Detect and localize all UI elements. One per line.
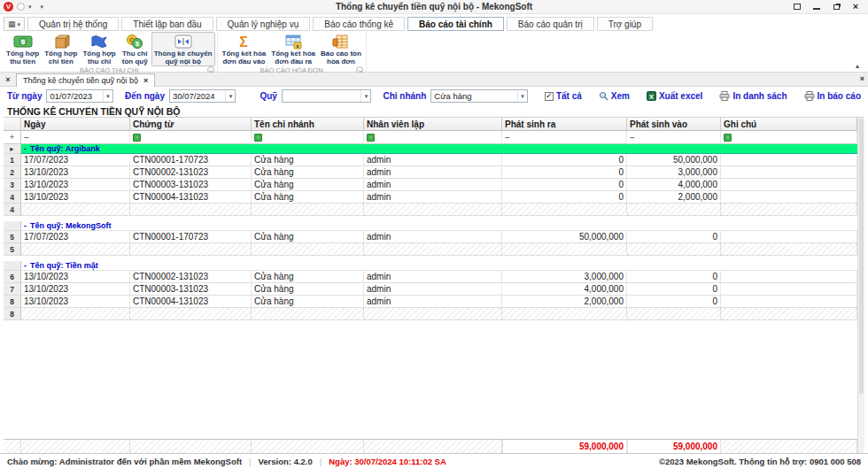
svg-text:$: $ xyxy=(136,40,140,48)
close-icon[interactable]: × xyxy=(143,76,148,85)
from-date-value: 01/07/2023 xyxy=(47,91,103,101)
ribbon-button[interactable]: Báo cáo tồn hóa đơn xyxy=(318,32,364,66)
footer-cell xyxy=(252,308,364,320)
row-indicator: 7 xyxy=(4,283,21,296)
close-tab-right-icon[interactable]: × xyxy=(860,74,864,83)
table-row[interactable]: 117/07/2023CTN00001-170723Cửa hàngadmin0… xyxy=(4,154,857,166)
ribbon-button[interactable]: xTổng kết hóa đơn đầu ra xyxy=(268,32,318,66)
filter-cell[interactable]: ▫ xyxy=(364,131,502,144)
app-menu-button[interactable]: ▦ ▾ xyxy=(4,17,25,31)
document-tab-label: Thống kê chuyển tiền quỹ nội bộ xyxy=(23,76,138,85)
group-row[interactable]: -Tên quỹ: Tiền mặt xyxy=(4,261,857,271)
cell-note xyxy=(721,179,857,191)
ribbon-button[interactable]: Tổng hợp thu chi xyxy=(80,32,118,66)
collapse-icon[interactable]: - xyxy=(24,221,27,230)
total-in-value: 59,000,000 xyxy=(627,440,721,453)
filter-icon[interactable]: ▫ xyxy=(367,134,375,142)
column-header[interactable]: Phát sinh ra xyxy=(502,118,627,131)
filter-cell[interactable]: ▫ xyxy=(721,131,857,144)
table-row[interactable]: 713/10/2023CTN00003-131023Cửa hàngadmin4… xyxy=(4,283,857,296)
close-icon[interactable]: × xyxy=(850,2,861,12)
all-checkbox[interactable]: ✓ Tất cả xyxy=(545,91,582,101)
table-row[interactable]: 613/10/2023CTN00002-131023Cửa hàngadmin3… xyxy=(4,271,857,283)
column-header[interactable]: Ngày xyxy=(21,118,130,131)
print-report-button[interactable]: In báo cáo xyxy=(804,91,861,101)
filter-operator-icon[interactable]: – xyxy=(630,133,635,142)
customize-toolbar-icon[interactable]: ▾ xyxy=(41,4,44,10)
cell-document: CTN00003-131023 xyxy=(130,283,252,296)
sigma-icon: Σ xyxy=(233,34,254,50)
chevron-down-icon[interactable]: ▾ xyxy=(360,90,370,102)
table-row[interactable]: 813/10/2023CTN00004-131023Cửa hàngadmin2… xyxy=(4,296,857,308)
footer-cell xyxy=(502,204,627,216)
fund-select[interactable]: ▾ xyxy=(282,89,372,103)
menu-tab-active[interactable]: Báo cáo tài chính xyxy=(407,17,504,31)
cell-date: 13/10/2023 xyxy=(21,191,130,204)
filter-icon[interactable]: ▫ xyxy=(724,134,732,142)
chevron-down-icon: ▾ xyxy=(18,21,21,27)
ribbon-button[interactable]: ΣTổng kết hóa đơn đầu vào xyxy=(220,32,269,66)
filter-cell[interactable]: – xyxy=(502,131,627,144)
table-row[interactable]: 213/10/2023CTN00002-131023Cửa hàngadmin0… xyxy=(4,166,857,179)
document-tab[interactable]: Thống kê chuyển tiền quỹ nội bộ × xyxy=(16,73,155,87)
print-list-button[interactable]: In danh sách xyxy=(719,91,787,101)
cell-user: admin xyxy=(364,166,502,179)
menu-tab-item[interactable]: Báo cáo quản trị xyxy=(507,17,594,31)
quick-access-circle-icon[interactable] xyxy=(17,3,25,11)
to-date-input[interactable]: 30/07/2024 ▾ xyxy=(169,89,236,103)
filter-operator-icon[interactable]: – xyxy=(505,133,510,142)
menu-tab-item[interactable]: Thiết lập ban đầu xyxy=(121,17,213,31)
restore-icon[interactable] xyxy=(831,2,841,12)
ribbon-button[interactable]: C$Thu chi tồn quỹ xyxy=(119,32,151,66)
collapse-icon[interactable]: - xyxy=(24,144,27,153)
column-header[interactable]: Phát sinh vào xyxy=(627,118,721,131)
filter-cell[interactable]: ▫ xyxy=(252,131,364,144)
close-tab-left-icon[interactable]: × xyxy=(0,73,16,86)
export-excel-button[interactable]: X Xuất excel xyxy=(647,91,702,101)
footer-cell xyxy=(252,243,364,256)
view-button[interactable]: Xem xyxy=(599,91,630,101)
column-header[interactable]: Ghi chú xyxy=(721,118,857,131)
group-name: Tên quỹ: Tiền mặt xyxy=(30,261,98,270)
collapse-icon[interactable]: - xyxy=(24,261,27,270)
table-row[interactable]: 517/07/2023CTN00001-170723Cửa hàngadmin5… xyxy=(4,231,857,243)
row-indicator: 5 xyxy=(4,231,21,243)
column-header[interactable]: Tên chi nhánh xyxy=(252,118,364,131)
column-header[interactable]: Nhân viên lập xyxy=(364,118,502,131)
fit-screen-icon[interactable] xyxy=(792,2,802,12)
chevron-down-icon[interactable]: ▾ xyxy=(517,90,527,102)
from-date-input[interactable]: 01/07/2023 ▾ xyxy=(46,89,113,103)
column-header[interactable]: Chứng từ xyxy=(130,118,252,131)
filter-cell[interactable]: ▫ xyxy=(130,131,252,144)
ribbon-button[interactable]: Thống kê chuyển quỹ nội bộ xyxy=(151,32,215,66)
title-bar: V ▾ ▾ Thống kê chuyển tiền quỹ nội bộ - … xyxy=(0,0,868,14)
ribbon-button[interactable]: $Tổng hợp thu tiền xyxy=(4,32,42,66)
chevron-up-icon[interactable]: ▴ xyxy=(856,62,859,70)
ribbon-group: ΣTổng kết hóa đơn đầu vàoxTổng kết hóa đ… xyxy=(218,32,367,72)
invoice-stock-icon xyxy=(330,34,352,50)
cell-amount-in: 3,000,000 xyxy=(627,166,721,179)
group-row[interactable]: -Tên quỹ: MekongSoft xyxy=(4,221,857,231)
menu-tab-item[interactable]: Quản lý nghiệp vụ xyxy=(216,17,311,31)
filter-operator-icon[interactable]: – xyxy=(24,133,29,142)
minimize-icon[interactable] xyxy=(811,2,822,12)
filter-cell[interactable]: – xyxy=(627,131,721,144)
filter-icon[interactable]: ▫ xyxy=(254,134,262,142)
table-row[interactable]: 413/10/2023CTN00004-131023Cửa hàngadmin0… xyxy=(4,191,857,204)
ribbon-button[interactable]: Tổng hợp chi tiền xyxy=(42,32,80,66)
filter-cell[interactable]: – xyxy=(21,131,130,144)
group-row[interactable]: ▸-Tên quỹ: Argibank xyxy=(4,144,857,154)
menu-tab-item[interactable]: Báo cáo thống kê xyxy=(313,17,405,31)
chevron-down-icon[interactable]: ▾ xyxy=(28,4,32,10)
filter-icon[interactable]: ▫ xyxy=(133,134,141,142)
transfer-icon xyxy=(173,34,194,50)
chevron-down-icon[interactable]: ▾ xyxy=(103,90,112,102)
menu-tab-item[interactable]: Quản trị hệ thống xyxy=(27,17,119,31)
scrollbar-thumb[interactable] xyxy=(859,119,864,394)
chevron-down-icon[interactable]: ▾ xyxy=(225,90,235,102)
vertical-scrollbar[interactable] xyxy=(857,118,864,453)
app-logo-icon: V xyxy=(4,2,13,12)
branch-select[interactable]: Cửa hàng ▾ xyxy=(430,89,528,103)
menu-tab-item[interactable]: Trợ giúp xyxy=(597,17,653,31)
table-row[interactable]: 313/10/2023CTN00003-131023Cửa hàngadmin0… xyxy=(4,179,857,191)
